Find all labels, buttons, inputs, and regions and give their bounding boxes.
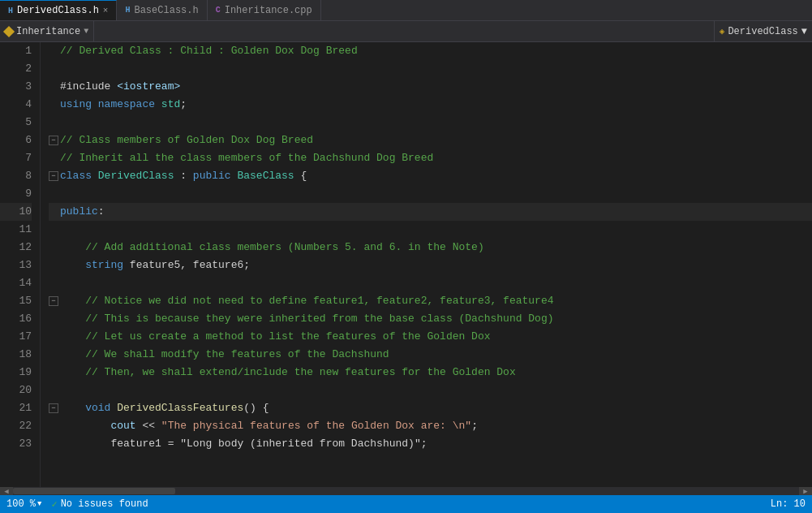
code-line-1: // Derived Class : Child : Golden Dox Do… bbox=[49, 42, 812, 60]
nav-dropdown-left[interactable]: Inheritance ▼ bbox=[0, 21, 94, 41]
code-line-4: using namespace std; bbox=[49, 96, 812, 114]
scrollbar-thumb[interactable] bbox=[13, 488, 175, 494]
code-line-18: // We shall modify the features of the D… bbox=[49, 346, 812, 364]
nav-class-icon: ◈ bbox=[720, 26, 725, 37]
file-icon-cpp: C bbox=[216, 6, 221, 15]
code-line-17: // Let us create a method to list the fe… bbox=[49, 328, 812, 346]
status-issues: ✓ No issues found bbox=[51, 498, 148, 511]
collapse-icon-6[interactable]: − bbox=[49, 136, 58, 145]
status-check-icon: ✓ bbox=[51, 498, 57, 511]
code-line-21: − void DerivedClassFeatures() { bbox=[49, 399, 812, 417]
code-line-6: −// Class members of Golden Dox Dog Bree… bbox=[49, 131, 812, 149]
tab-label-1: DerivedClass.h bbox=[17, 5, 99, 16]
code-line-11 bbox=[49, 221, 812, 239]
code-line-20 bbox=[49, 382, 812, 399]
status-bar: 100 % ▼ ✓ No issues found Ln: 10 bbox=[0, 495, 812, 513]
scrollbar-track[interactable] bbox=[13, 487, 799, 495]
scroll-left-arrow[interactable]: ◀ bbox=[0, 487, 13, 495]
code-line-8: −class DerivedClass : public BaseClass { bbox=[49, 167, 812, 185]
tab-baseclass-h[interactable]: H BaseClass.h bbox=[117, 0, 207, 20]
code-line-2 bbox=[49, 60, 812, 78]
code-line-16: // This is because they were inherited f… bbox=[49, 310, 812, 328]
horizontal-scrollbar[interactable]: ◀ ▶ bbox=[0, 487, 812, 495]
code-line-19: // Then, we shall extend/include the new… bbox=[49, 364, 812, 382]
tab-bar: H DerivedClass.h × H BaseClass.h C Inher… bbox=[0, 0, 812, 21]
zoom-control[interactable]: 100 % ▼ bbox=[6, 498, 41, 510]
zoom-level: 100 % bbox=[6, 498, 36, 510]
nav-dropdown-right[interactable]: ◈ DerivedClass ▼ bbox=[714, 21, 812, 41]
nav-bar: Inheritance ▼ ◈ DerivedClass ▼ bbox=[0, 21, 812, 42]
scroll-right-arrow[interactable]: ▶ bbox=[799, 487, 812, 495]
code-line-13: string feature5, feature6; bbox=[49, 256, 812, 274]
status-line-col: Ln: 10 bbox=[771, 498, 806, 510]
line-numbers: 1234567891011121314151617181920212223 bbox=[0, 42, 41, 487]
tab-label-2: BaseClass.h bbox=[134, 5, 198, 16]
code-line-9 bbox=[49, 185, 812, 203]
tab-derivedclass-h[interactable]: H DerivedClass.h × bbox=[0, 0, 117, 20]
zoom-chevron: ▼ bbox=[37, 500, 41, 508]
nav-left-label: Inheritance bbox=[16, 26, 80, 37]
collapse-icon-15[interactable]: − bbox=[49, 296, 58, 306]
code-line-22: cout << "The physical features of the Go… bbox=[49, 417, 812, 435]
status-text: No issues found bbox=[61, 498, 148, 510]
code-area[interactable]: // Derived Class : Child : Golden Dox Do… bbox=[41, 42, 812, 487]
code-line-10: public: bbox=[49, 203, 812, 221]
code-line-14 bbox=[49, 274, 812, 292]
code-line-5 bbox=[49, 114, 812, 131]
code-line-12: // Add additional class members (Numbers… bbox=[49, 239, 812, 256]
file-icon-h-2: H bbox=[125, 6, 130, 15]
nav-right-label: DerivedClass bbox=[728, 26, 797, 37]
code-line-15: − // Notice we did not need to define fe… bbox=[49, 292, 812, 310]
editor: 1234567891011121314151617181920212223 //… bbox=[0, 42, 812, 487]
tab-label-3: Inheritance.cpp bbox=[225, 5, 312, 16]
close-tab-1[interactable]: × bbox=[103, 6, 109, 15]
line-col-text: Ln: 10 bbox=[771, 498, 806, 510]
collapse-icon-21[interactable]: − bbox=[49, 403, 58, 413]
code-line-7: // Inherit all the class members of the … bbox=[49, 149, 812, 167]
code-line-3: #include <iostream> bbox=[49, 78, 812, 96]
tab-inheritance-cpp[interactable]: C Inheritance.cpp bbox=[208, 0, 321, 20]
file-icon-h: H bbox=[8, 6, 13, 15]
nav-left-chevron: ▼ bbox=[84, 27, 88, 36]
nav-icon-diamond bbox=[3, 25, 15, 37]
nav-right-chevron: ▼ bbox=[801, 26, 807, 37]
collapse-icon-8[interactable]: − bbox=[49, 171, 58, 181]
code-line-23: feature1 = "Long body (inherited from Da… bbox=[49, 435, 812, 453]
